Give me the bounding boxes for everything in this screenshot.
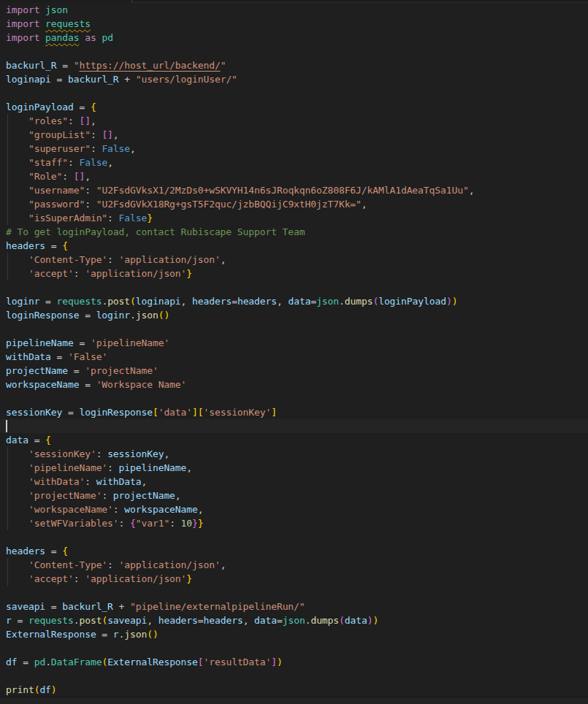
code-token: : [119, 518, 130, 529]
code-line[interactable]: "groupList": [], [0, 128, 588, 142]
code-line[interactable]: 'sessionKey': sessionKey, [0, 447, 588, 461]
code-token [6, 573, 28, 584]
code-line[interactable]: withData = 'False' [0, 350, 588, 364]
code-line[interactable] [0, 86, 588, 100]
code-token: = [45, 546, 62, 556]
code-line[interactable]: loginapi = backurl_R + "users/loginUser/… [0, 72, 588, 86]
code-token: "roles" [28, 115, 68, 126]
code-token: loginPayload [378, 296, 446, 307]
code-token: print [6, 684, 34, 695]
code-token: , [107, 157, 113, 168]
code-line[interactable]: # To get loginPayload, contact Rubiscape… [0, 225, 588, 239]
code-token: = [74, 102, 91, 112]
code-line[interactable]: projectName = 'projectName' [0, 364, 588, 378]
code-line[interactable] [0, 586, 588, 600]
code-line[interactable] [0, 45, 588, 58]
code-token [6, 490, 28, 501]
code-line[interactable]: loginr = requests.post(loginapi, headers… [0, 294, 588, 308]
code-token: 'sessionKey' [28, 448, 96, 459]
code-token: ( [102, 615, 107, 626]
code-token: } [147, 213, 153, 223]
code-line[interactable]: workspaceName = 'Workspace Name' [0, 378, 588, 391]
code-line[interactable]: sessionKey = loginResponse['data']['sess… [0, 405, 588, 419]
code-line[interactable]: 'Content-Type': 'application/json', [0, 253, 588, 267]
code-token: ) [373, 615, 378, 626]
code-token: loginr [96, 310, 130, 321]
code-line[interactable] [0, 641, 588, 655]
code-token: 'projectName' [85, 365, 158, 376]
code-line[interactable]: "Role": [], [0, 169, 588, 183]
code-editor[interactable]: import jsonimport requestsimport pandas … [0, 3, 588, 697]
code-token [6, 268, 28, 279]
code-line[interactable]: print(df) [0, 683, 588, 697]
code-line[interactable]: "roles": [], [0, 114, 588, 128]
code-line[interactable]: 'Content-Type': 'application/json', [0, 558, 588, 572]
code-line[interactable]: 'withData': withData, [0, 475, 588, 489]
code-line[interactable]: loginPayload = { [0, 100, 588, 114]
code-token [6, 448, 28, 459]
code-token: 'Content-Type' [28, 254, 107, 265]
code-token: 'accept' [28, 268, 74, 279]
code-token [6, 129, 28, 140]
code-token: 'setWFVariables' [28, 518, 119, 529]
code-line[interactable] [0, 322, 588, 336]
code-line[interactable]: import requests [0, 17, 588, 31]
code-line[interactable] [0, 530, 588, 544]
code-line[interactable]: saveapi = backurl_R + "pipeline/external… [0, 600, 588, 613]
code-token [6, 185, 28, 196]
code-line[interactable]: pipelineName = 'pipelineName' [0, 336, 588, 350]
code-token: data [6, 435, 28, 445]
code-token: = [51, 74, 68, 85]
code-line[interactable]: 'accept': 'application/json'} [0, 572, 588, 586]
code-line[interactable]: r = requests.post(saveapi, headers=heade… [0, 613, 588, 627]
code-token: False [102, 143, 130, 154]
code-line[interactable]: data = { [0, 433, 588, 447]
code-token [6, 171, 28, 182]
code-token: pandas [45, 32, 79, 43]
code-token: , [130, 143, 136, 154]
code-line[interactable]: "staff": False, [0, 156, 588, 169]
code-line[interactable]: "username": "U2FsdGVksX1/2MzDs0+wSKVYH14… [0, 183, 588, 197]
code-line[interactable]: backurl_R = "https://host_url/backend/" [0, 58, 588, 72]
panel-edge [0, 697, 588, 704]
code-token: headers [6, 240, 45, 251]
code-token: 'False' [68, 351, 107, 362]
code-token: [ [153, 407, 159, 418]
code-token: projectName [6, 365, 68, 376]
code-line[interactable]: import json [0, 3, 588, 17]
code-token [6, 115, 28, 126]
code-token: dumps [310, 615, 339, 626]
code-token: ExternalResponse [6, 629, 96, 640]
code-line[interactable]: "password": "U2FsdGVkX18Rg+gsT5F2quc/jzb… [0, 197, 588, 211]
code-line[interactable]: headers = { [0, 239, 588, 253]
code-token: { [62, 546, 68, 556]
code-line[interactable]: "superuser": False, [0, 142, 588, 156]
code-line[interactable]: 'pipelineName': pipelineName, [0, 461, 588, 475]
code-line[interactable]: headers = { [0, 544, 588, 558]
code-token: [] [79, 115, 90, 126]
code-line[interactable] [0, 419, 588, 433]
code-token: 'resultData' [204, 657, 272, 667]
code-line[interactable]: ExternalResponse = r.json() [0, 627, 588, 641]
code-token: 'accept' [28, 573, 74, 584]
code-token: [] [102, 129, 112, 140]
code-token: loginapi [6, 74, 51, 85]
code-token: , [362, 199, 367, 210]
code-token [39, 4, 45, 15]
code-line[interactable]: 'setWFVariables': {"var1": 10}} [0, 516, 588, 530]
code-line[interactable]: 'projectName': projectName, [0, 489, 588, 502]
code-line[interactable]: import pandas as pd [0, 31, 588, 45]
code-line[interactable]: loginResponse = loginr.json() [0, 308, 588, 322]
code-token: } [186, 573, 192, 584]
code-line[interactable]: 'workspaceName': workspaceName, [0, 502, 588, 516]
code-token: ( [339, 615, 345, 626]
code-token: data [345, 615, 367, 626]
code-line[interactable] [0, 391, 588, 405]
code-line[interactable]: df = pd.DataFrame(ExternalResponse['resu… [0, 655, 588, 669]
code-line[interactable]: "isSuperAdmin": False} [0, 211, 588, 225]
code-token: = [310, 296, 316, 307]
code-line[interactable] [0, 280, 588, 294]
code-token: . [102, 296, 107, 307]
code-line[interactable]: 'accept': 'application/json'} [0, 267, 588, 280]
code-line[interactable] [0, 669, 588, 683]
